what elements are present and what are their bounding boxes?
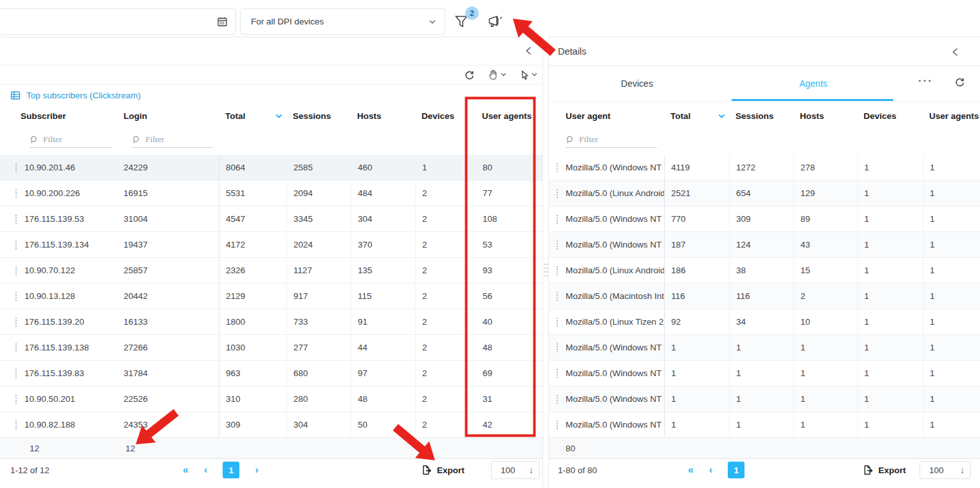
table-row[interactable]: 10.90.50.201 22526 310 280 48 2 31 (0, 386, 542, 412)
cell-user-agents: 1 (923, 258, 980, 283)
prev-page-button[interactable]: ‹ (204, 465, 207, 475)
column-header-total[interactable]: Total (664, 104, 729, 128)
cell-user-agents: 1 (923, 181, 980, 206)
table-row[interactable]: Mozilla/5.0 (Macintosh Intel Mac OS X 10… (549, 284, 980, 309)
first-page-button[interactable]: « (688, 465, 694, 475)
export-button[interactable]: Export (420, 465, 465, 475)
drag-handle-icon[interactable] (556, 317, 559, 327)
column-header-user-agent[interactable]: User agent (549, 104, 664, 128)
table-row[interactable]: Mozilla/5.0 (Windows NT 6.1; WOW64; rv:5… (549, 335, 980, 361)
table-body: 10.90.201.46 24229 8064 2585 460 1 80 10… (0, 155, 542, 438)
table-row[interactable]: Mozilla/5.0 (Linux Tizen 2.3) AppleWebKi… (549, 309, 980, 335)
export-button[interactable]: Export (862, 465, 906, 475)
drag-handle-icon[interactable] (15, 420, 17, 430)
next-page-button[interactable]: › (255, 465, 258, 475)
drag-handle-icon[interactable] (556, 214, 559, 224)
table-row[interactable]: Mozilla/5.0 (Windows NT 6.3; Win64; x64)… (549, 386, 980, 412)
login-filter-input[interactable] (144, 134, 213, 145)
column-header-user-agents[interactable]: User agents (467, 104, 542, 128)
table-row[interactable]: 176.115.139.138 27266 1030 277 44 2 48 (0, 335, 542, 361)
select-cursor-tool[interactable] (519, 69, 537, 80)
cell-user-agent: Mozilla/5.0 (Macintosh Intel Mac OS X 10… (549, 284, 664, 309)
device-filter-value: For all DPI devices (251, 17, 324, 26)
drag-handle-icon[interactable] (15, 368, 17, 379)
table-row[interactable]: Mozilla/5.0 (Linux Android 11; SM-A515F)… (549, 181, 980, 206)
cell-devices: 1 (857, 206, 923, 231)
table-row[interactable]: 176.115.139.20 16133 1800 733 91 2 40 (0, 309, 542, 335)
table-row[interactable]: 10.90.82.188 24353 309 304 50 2 42 (0, 412, 542, 438)
drag-handle-icon[interactable] (556, 343, 559, 353)
collapse-panel-icon[interactable] (525, 46, 532, 55)
drag-handle-icon[interactable] (556, 163, 559, 173)
details-tabs-bar: Devices Agents ··· (549, 66, 980, 102)
collapse-panel-icon[interactable] (952, 48, 959, 57)
drag-handle-icon[interactable] (15, 394, 17, 404)
column-header-subscriber[interactable]: Subscriber (0, 104, 117, 128)
more-options-icon[interactable]: ··· (918, 75, 933, 87)
column-header-login[interactable]: Login (117, 104, 219, 128)
column-header-sessions[interactable]: Sessions (286, 104, 351, 128)
tab-devices[interactable]: Devices (549, 66, 725, 101)
cell-sessions: 1272 (729, 155, 793, 180)
column-header-devices[interactable]: Devices (857, 104, 923, 128)
chevron-down-icon (532, 73, 537, 77)
cell-user-agent: Mozilla/5.0 (Linux Android 11; SM-A515F) (549, 181, 664, 206)
cell-sessions: 1 (729, 386, 793, 411)
page-size-select[interactable]: 100 ↓ (920, 461, 971, 479)
cell-devices: 2 (415, 412, 467, 437)
column-header-total[interactable]: Total (219, 104, 286, 128)
column-header-hosts[interactable]: Hosts (793, 104, 857, 128)
drag-handle-icon[interactable] (556, 240, 559, 250)
table-row[interactable]: Mozilla/5.0 (Windows NT 6.1; Win64; x64)… (549, 206, 980, 232)
pagination-bar: 1-12 of 12 « ‹ 1 › Export 100 (0, 458, 542, 481)
panel-splitter[interactable] (543, 37, 548, 488)
first-page-button[interactable]: « (183, 465, 189, 475)
table-row[interactable]: 176.115.139.83 31784 963 680 97 2 69 (0, 361, 542, 386)
page-size-select[interactable]: 100 ↓ (491, 461, 540, 479)
drag-handle-icon[interactable] (15, 188, 17, 199)
table-row[interactable]: Mozilla/5.0 (Windows NT 6.2; WOW64; rv:5… (549, 361, 980, 386)
table-row[interactable]: 176.115.139.53 31004 4547 3345 304 2 108 (0, 206, 542, 232)
table-row[interactable]: Mozilla/5.0 (Linux Android 9; SM-J530FM)… (549, 258, 980, 284)
drag-handle-icon[interactable] (15, 343, 17, 353)
refresh-icon[interactable] (954, 77, 965, 87)
tab-agents[interactable]: Agents (725, 66, 901, 101)
drag-handle-icon[interactable] (15, 317, 17, 327)
subscriber-filter-input[interactable] (42, 134, 112, 145)
drag-handle-icon[interactable] (556, 291, 559, 302)
prev-page-button[interactable]: ‹ (709, 465, 712, 475)
drag-handle-icon[interactable] (556, 266, 559, 276)
refresh-icon[interactable] (464, 69, 475, 80)
pan-hand-tool[interactable] (488, 69, 506, 80)
page-number-button[interactable]: 1 (728, 462, 744, 478)
date-range-input[interactable] (0, 8, 236, 35)
column-header-devices[interactable]: Devices (415, 104, 467, 128)
column-header-user-agents[interactable]: User agents (923, 104, 980, 128)
table-row[interactable]: 10.90.200.226 16915 5531 2094 484 2 77 (0, 181, 542, 206)
table-row[interactable]: 176.115.139.134 19437 4172 2024 370 2 53 (0, 232, 542, 258)
table-row[interactable]: 10.90.13.128 20442 2129 917 115 2 56 (0, 284, 542, 309)
table-row[interactable]: Mozilla/5.0 (Windows NT 10.0; Win64; x64… (549, 155, 980, 181)
table-row[interactable]: 10.90.201.46 24229 8064 2585 460 1 80 (0, 155, 542, 181)
cell-user-agent: Mozilla/5.0 (Windows NT 10.0; Win64; x64… (549, 155, 664, 180)
column-header-sessions[interactable]: Sessions (729, 104, 793, 128)
drag-handle-icon[interactable] (556, 188, 559, 199)
announce-megaphone-icon[interactable] (486, 14, 504, 29)
table-row[interactable]: Mozilla/5.0 (Windows NT 6.1; Win64; x64;… (549, 412, 980, 438)
user-agent-filter-input[interactable] (578, 134, 657, 145)
column-header-hosts[interactable]: Hosts (351, 104, 415, 128)
cell-user-agents: 1 (923, 284, 980, 309)
drag-handle-icon[interactable] (15, 291, 17, 302)
page-number-button[interactable]: 1 (223, 462, 239, 478)
drag-handle-icon[interactable] (15, 266, 17, 276)
drag-handle-icon[interactable] (15, 240, 17, 250)
drag-handle-icon[interactable] (556, 394, 559, 404)
pager: « ‹ 1 › (183, 462, 259, 478)
device-filter-select[interactable]: For all DPI devices (240, 8, 445, 35)
drag-handle-icon[interactable] (556, 368, 559, 379)
drag-handle-icon[interactable] (15, 214, 17, 224)
drag-handle-icon[interactable] (15, 163, 17, 173)
drag-handle-icon[interactable] (556, 420, 559, 430)
table-row[interactable]: 10.90.70.122 25857 2326 1127 135 2 93 (0, 258, 542, 284)
table-row[interactable]: Mozilla/5.0 (Windows NT 10.0; WOW64) 187… (549, 232, 980, 258)
